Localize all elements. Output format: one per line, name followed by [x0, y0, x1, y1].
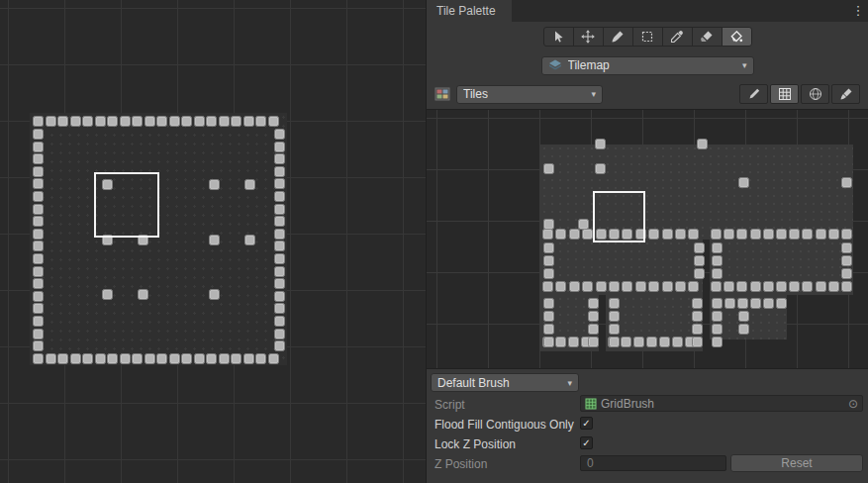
- tile[interactable]: [33, 178, 44, 189]
- tile[interactable]: [763, 298, 774, 309]
- tile[interactable]: [692, 298, 703, 309]
- script-object-field[interactable]: GridBrush ⊙: [580, 395, 863, 412]
- tile[interactable]: [694, 268, 705, 279]
- tile[interactable]: [543, 268, 554, 279]
- tile[interactable]: [569, 229, 580, 240]
- eraser-tool-button[interactable]: [692, 27, 723, 47]
- tile[interactable]: [274, 216, 285, 227]
- tile[interactable]: [712, 324, 723, 335]
- reset-button[interactable]: Reset: [730, 454, 863, 472]
- tile[interactable]: [659, 337, 670, 347]
- tile[interactable]: [82, 353, 93, 364]
- tile[interactable]: [595, 139, 606, 149]
- tile[interactable]: [828, 229, 839, 240]
- tile[interactable]: [120, 116, 131, 127]
- tile[interactable]: [231, 353, 241, 364]
- tile[interactable]: [692, 324, 703, 335]
- tile[interactable]: [662, 229, 673, 240]
- tile[interactable]: [609, 337, 620, 347]
- tile[interactable]: [816, 281, 826, 292]
- tile[interactable]: [274, 204, 285, 215]
- tile[interactable]: [274, 303, 285, 314]
- tile[interactable]: [274, 153, 285, 164]
- tile[interactable]: [244, 179, 255, 190]
- tile[interactable]: [274, 166, 285, 177]
- tile[interactable]: [776, 229, 787, 240]
- tile[interactable]: [723, 229, 734, 240]
- tile[interactable]: [95, 353, 106, 364]
- tile[interactable]: [169, 116, 180, 127]
- tile[interactable]: [70, 353, 81, 364]
- tile[interactable]: [243, 116, 254, 127]
- tile[interactable]: [736, 229, 747, 240]
- tile[interactable]: [206, 116, 217, 127]
- tile[interactable]: [33, 241, 44, 251]
- tile[interactable]: [688, 281, 699, 292]
- tile[interactable]: [542, 281, 553, 292]
- tile[interactable]: [33, 303, 44, 314]
- tile[interactable]: [543, 242, 554, 253]
- tile[interactable]: [543, 163, 554, 174]
- tile[interactable]: [738, 324, 749, 335]
- tile[interactable]: [738, 177, 749, 188]
- tile[interactable]: [274, 229, 285, 240]
- tile[interactable]: [255, 353, 266, 364]
- tile[interactable]: [274, 178, 285, 189]
- tile[interactable]: [82, 116, 93, 127]
- tile[interactable]: [120, 353, 131, 364]
- tile[interactable]: [712, 337, 723, 347]
- tile[interactable]: [181, 116, 192, 127]
- tile[interactable]: [588, 324, 599, 335]
- tile[interactable]: [156, 353, 167, 364]
- tile[interactable]: [243, 353, 254, 364]
- tile[interactable]: [543, 298, 554, 309]
- tile[interactable]: [543, 337, 554, 347]
- tile[interactable]: [763, 229, 774, 240]
- tile[interactable]: [206, 353, 217, 364]
- tile[interactable]: [609, 281, 620, 292]
- tile[interactable]: [648, 229, 659, 240]
- tile[interactable]: [711, 229, 722, 240]
- tile[interactable]: [145, 116, 155, 127]
- tile[interactable]: [33, 353, 44, 364]
- picker-tool-button[interactable]: [662, 27, 693, 47]
- tile[interactable]: [692, 311, 703, 322]
- tile[interactable]: [33, 129, 44, 140]
- tile[interactable]: [107, 116, 118, 127]
- object-picker-icon[interactable]: ⊙: [848, 398, 858, 410]
- tile[interactable]: [802, 229, 813, 240]
- tile[interactable]: [33, 191, 44, 202]
- tile[interactable]: [33, 266, 44, 277]
- move-tool-button[interactable]: [573, 27, 604, 47]
- tile[interactable]: [244, 235, 255, 245]
- tile[interactable]: [46, 116, 56, 127]
- tile[interactable]: [712, 255, 723, 266]
- tile[interactable]: [181, 353, 192, 364]
- tile[interactable]: [588, 337, 599, 347]
- lock-z-checkbox[interactable]: ✓: [580, 436, 593, 449]
- tile[interactable]: [621, 337, 631, 347]
- paint-tool-button[interactable]: [603, 27, 633, 47]
- tile[interactable]: [675, 229, 686, 240]
- tile[interactable]: [724, 298, 735, 309]
- tile[interactable]: [555, 337, 566, 347]
- flood-fill-tool-button[interactable]: [722, 27, 752, 47]
- flood-fill-checkbox[interactable]: ✓: [580, 417, 593, 430]
- tile[interactable]: [648, 281, 659, 292]
- tile[interactable]: [622, 281, 632, 292]
- tile[interactable]: [107, 353, 118, 364]
- tile[interactable]: [662, 281, 673, 292]
- tile[interactable]: [841, 268, 852, 279]
- tile[interactable]: [274, 340, 285, 351]
- tile[interactable]: [231, 116, 241, 127]
- select-tool-button[interactable]: [543, 27, 574, 47]
- palette-dropdown[interactable]: Tiles ▾: [456, 85, 603, 104]
- tile[interactable]: [841, 242, 852, 253]
- tile[interactable]: [95, 116, 106, 127]
- scene-view[interactable]: [0, 0, 426, 483]
- edit-palette-button[interactable]: [739, 84, 768, 104]
- tile[interactable]: [723, 281, 734, 292]
- kebab-menu-icon[interactable]: ⋮: [848, 0, 868, 22]
- tile[interactable]: [711, 281, 722, 292]
- tile[interactable]: [736, 281, 747, 292]
